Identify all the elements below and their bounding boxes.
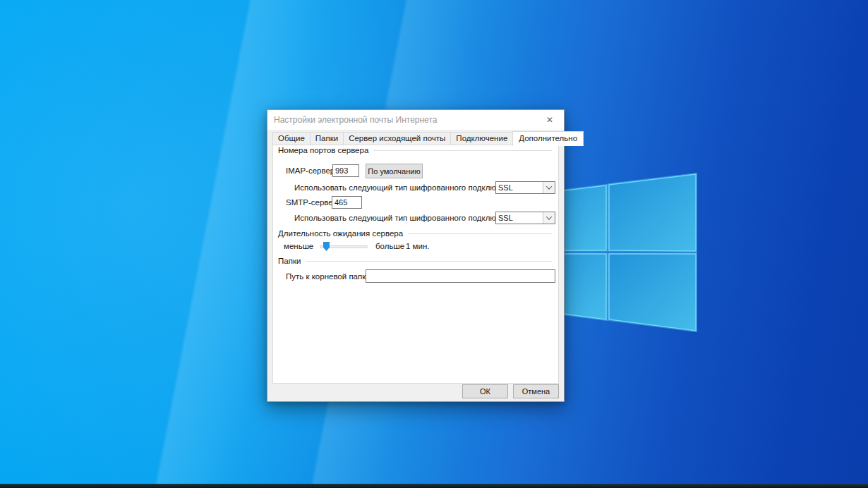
group-header-server-timeout: Длительность ожидания сервера <box>278 228 552 238</box>
tab-folders[interactable]: Папки <box>310 132 344 145</box>
timeout-less-label: меньше <box>284 241 313 251</box>
desktop: Настройки электронной почты Интернета ✕ … <box>0 0 868 488</box>
root-folder-path-label: Путь к корневой папке: <box>286 272 373 281</box>
chevron-down-icon <box>546 214 552 219</box>
imap-encryption-value: SSL <box>496 182 543 193</box>
timeout-slider-thumb[interactable] <box>323 242 330 251</box>
group-title: Длительность ожидания сервера <box>278 229 403 238</box>
titlebar[interactable]: Настройки электронной почты Интернета ✕ <box>267 110 564 130</box>
smtp-port-input[interactable] <box>332 196 362 209</box>
root-folder-path-input[interactable] <box>366 269 555 283</box>
tab-advanced[interactable]: Дополнительно <box>512 131 584 146</box>
window-title: Настройки электронной почты Интернета <box>274 115 437 125</box>
taskbar-edge <box>0 484 868 488</box>
smtp-encryption-value: SSL <box>496 212 543 224</box>
combo-dropdown-button[interactable] <box>543 212 555 224</box>
advanced-tab-page: Номера портов сервера IMAP-сервер: По ум… <box>272 144 559 384</box>
tab-general[interactable]: Общие <box>272 132 311 145</box>
imap-server-label: IMAP-сервер: <box>286 166 337 176</box>
imap-encryption-label: Использовать следующий тип шифрованного … <box>294 183 520 193</box>
cancel-button[interactable]: Отмена <box>513 384 559 398</box>
group-header-folders: Папки <box>278 256 552 266</box>
imap-port-input[interactable] <box>332 164 359 177</box>
close-button[interactable]: ✕ <box>538 110 561 130</box>
tab-connection[interactable]: Подключение <box>450 132 513 145</box>
chevron-down-icon <box>546 183 552 189</box>
tab-strip: Общие Папки Сервер исходящей почты Подкл… <box>272 131 583 145</box>
combo-dropdown-button[interactable] <box>543 182 555 193</box>
use-defaults-button[interactable]: По умолчанию <box>366 164 423 178</box>
tab-outgoing-server[interactable]: Сервер исходящей почты <box>343 132 451 145</box>
group-title: Папки <box>278 257 301 265</box>
timeout-value-label: 1 мин. <box>406 241 429 251</box>
group-title: Номера портов сервера <box>278 146 368 154</box>
smtp-encryption-select[interactable]: SSL <box>495 212 555 224</box>
internet-email-settings-dialog: Настройки электронной почты Интернета ✕ … <box>267 109 565 402</box>
timeout-more-label: больше <box>375 241 404 251</box>
imap-encryption-select[interactable]: SSL <box>495 181 555 194</box>
close-icon: ✕ <box>546 116 553 124</box>
ok-button[interactable]: ОК <box>462 384 508 398</box>
group-header-server-ports: Номера портов сервера <box>278 145 552 155</box>
smtp-encryption-label: Использовать следующий тип шифрованного … <box>294 213 520 223</box>
